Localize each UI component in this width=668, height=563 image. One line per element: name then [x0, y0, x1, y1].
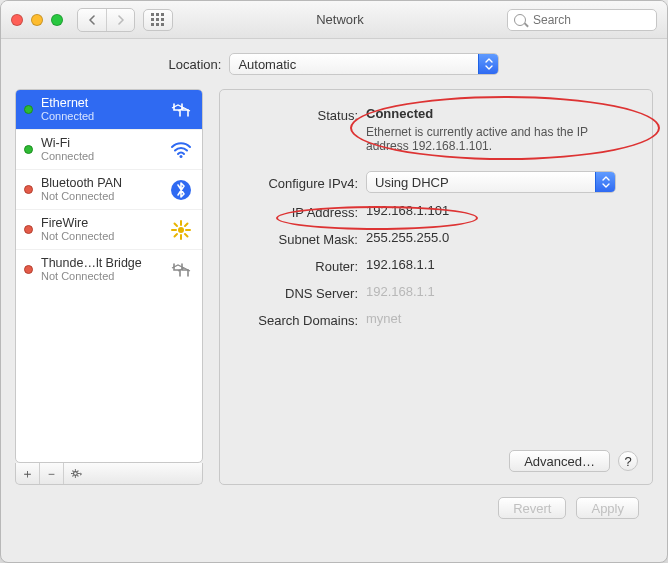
location-select[interactable]: Automatic	[229, 53, 499, 75]
detail-panel: Status: Connected Ethernet is currently …	[219, 89, 653, 485]
window-footer: Revert Apply	[15, 485, 653, 523]
search-domains-label: Search Domains:	[234, 311, 366, 328]
service-status: Not Connected	[41, 230, 160, 243]
minimize-window-button[interactable]	[31, 14, 43, 26]
firewire-icon	[168, 219, 194, 241]
service-status: Connected	[41, 150, 160, 163]
forward-button[interactable]	[106, 9, 134, 31]
service-item-bluetooth-pan[interactable]: Bluetooth PAN Not Connected	[16, 170, 202, 210]
router-value: 192.168.1.1	[366, 257, 638, 272]
subnet-row: Subnet Mask: 255.255.255.0	[234, 230, 638, 247]
configure-value: Using DHCP	[375, 175, 449, 190]
service-status: Connected	[41, 110, 160, 123]
search-domains-row: Search Domains: mynet	[234, 311, 638, 328]
wifi-icon	[168, 141, 194, 159]
status-dot	[24, 105, 33, 114]
service-list[interactable]: Ethernet Connected Wi-Fi Connected Bluet…	[15, 89, 203, 463]
ip-label: IP Address:	[234, 203, 366, 220]
chevron-up-down-icon	[595, 172, 615, 192]
search-input[interactable]	[531, 12, 650, 28]
help-button[interactable]: ?	[618, 451, 638, 471]
window-controls	[11, 14, 63, 26]
service-action-menu[interactable]	[64, 463, 88, 484]
location-value: Automatic	[238, 57, 296, 72]
service-status: Not Connected	[41, 190, 160, 203]
body: Ethernet Connected Wi-Fi Connected Bluet…	[15, 89, 653, 485]
close-window-button[interactable]	[11, 14, 23, 26]
status-dot	[24, 185, 33, 194]
service-item-wi-fi[interactable]: Wi-Fi Connected	[16, 130, 202, 170]
service-name: Bluetooth PAN	[41, 176, 160, 190]
status-dot	[24, 265, 33, 274]
nav-back-forward	[77, 8, 135, 32]
status-dot	[24, 145, 33, 154]
svg-point-0	[180, 155, 183, 158]
status-dot	[24, 225, 33, 234]
svg-line-16	[72, 471, 73, 472]
back-button[interactable]	[78, 9, 106, 31]
subnet-label: Subnet Mask:	[234, 230, 366, 247]
location-row: Location: Automatic	[15, 53, 653, 75]
apply-button[interactable]: Apply	[576, 497, 639, 519]
gear-icon	[70, 467, 83, 480]
subnet-value: 255.255.255.0	[366, 230, 638, 245]
sidebar-toolbar: ＋ －	[15, 463, 203, 485]
search-icon	[514, 14, 526, 26]
dns-value: 192.168.1.1	[366, 284, 638, 299]
panel-footer: Advanced… ?	[234, 450, 638, 472]
status-row: Status: Connected Ethernet is currently …	[234, 106, 638, 153]
svg-line-8	[185, 234, 188, 237]
configure-ipv4-select[interactable]: Using DHCP	[366, 171, 616, 193]
svg-line-17	[77, 475, 78, 476]
window-title: Network	[181, 12, 499, 27]
ip-row: IP Address: 192.168.1.101	[234, 203, 638, 220]
status-label: Status:	[234, 106, 366, 123]
add-service-button[interactable]: ＋	[16, 463, 40, 484]
content: Location: Automatic Ethernet Connected W…	[1, 39, 667, 535]
revert-button[interactable]: Revert	[498, 497, 566, 519]
service-item-firewire[interactable]: FireWire Not Connected	[16, 210, 202, 250]
service-item-thunde-lt-bridge[interactable]: Thunde…lt Bridge Not Connected	[16, 250, 202, 289]
svg-point-11	[73, 472, 77, 476]
service-item-ethernet[interactable]: Ethernet Connected	[16, 90, 202, 130]
dns-label: DNS Server:	[234, 284, 366, 301]
ethernet-icon	[168, 261, 194, 279]
service-name: Ethernet	[41, 96, 160, 110]
svg-line-10	[185, 223, 188, 226]
grid-icon	[151, 13, 165, 27]
svg-line-7	[175, 223, 178, 226]
advanced-button[interactable]: Advanced…	[509, 450, 610, 472]
show-all-button[interactable]	[143, 9, 173, 31]
ip-value: 192.168.1.101	[366, 203, 638, 218]
router-label: Router:	[234, 257, 366, 274]
status-value: Connected	[366, 106, 638, 121]
remove-service-button[interactable]: －	[40, 463, 64, 484]
router-row: Router: 192.168.1.1	[234, 257, 638, 274]
chevron-up-down-icon	[478, 54, 498, 74]
search-domains-value: mynet	[366, 311, 638, 326]
service-name: Wi-Fi	[41, 136, 160, 150]
system-preferences-window: Network Location: Automatic Ethernet Con…	[0, 0, 668, 563]
svg-line-19	[77, 471, 78, 472]
configure-row: Configure IPv4: Using DHCP	[234, 171, 638, 193]
zoom-window-button[interactable]	[51, 14, 63, 26]
titlebar: Network	[1, 1, 667, 39]
search-field[interactable]	[507, 9, 657, 31]
ethernet-icon	[168, 101, 194, 119]
location-label: Location:	[169, 57, 222, 72]
service-status: Not Connected	[41, 270, 160, 283]
dns-row: DNS Server: 192.168.1.1	[234, 284, 638, 301]
svg-point-2	[178, 227, 184, 233]
service-name: Thunde…lt Bridge	[41, 256, 160, 270]
svg-line-18	[72, 475, 73, 476]
svg-line-9	[175, 234, 178, 237]
sidebar-wrap: Ethernet Connected Wi-Fi Connected Bluet…	[15, 89, 203, 485]
bluetooth-icon	[168, 179, 194, 201]
configure-label: Configure IPv4:	[234, 174, 366, 191]
status-description: Ethernet is currently active and has the…	[366, 125, 626, 153]
service-name: FireWire	[41, 216, 160, 230]
